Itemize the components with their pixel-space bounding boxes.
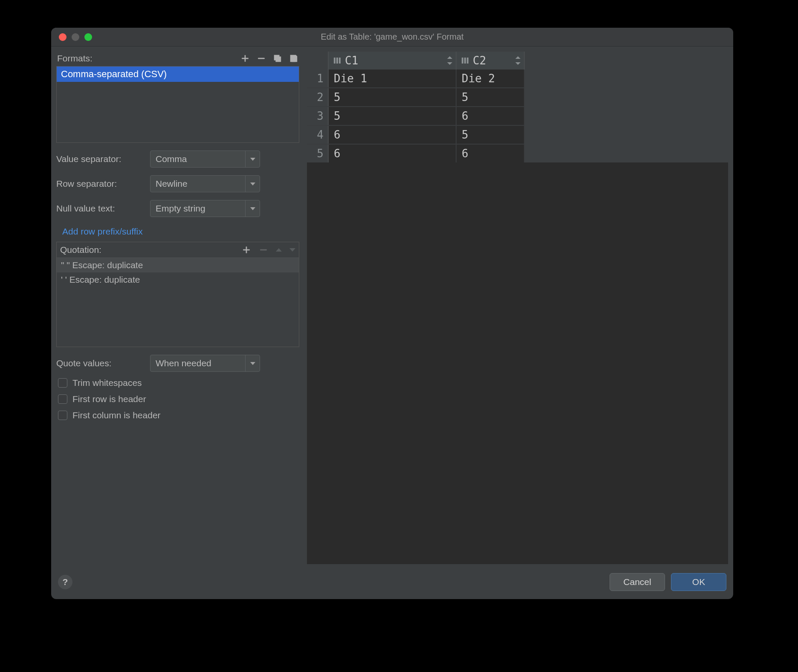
minus-icon[interactable] xyxy=(257,54,266,63)
left-pane: Formats: Comma-sepa xyxy=(56,52,299,564)
checkbox-icon xyxy=(58,378,67,388)
ok-button-label: OK xyxy=(692,577,705,587)
checkbox-icon xyxy=(58,394,67,404)
titlebar: Edit as Table: 'game_won.csv' Format xyxy=(51,28,733,46)
formats-header: Formats: xyxy=(56,52,299,66)
chevron-down-icon xyxy=(245,200,260,217)
quote-values-label: Quote values: xyxy=(56,358,150,368)
svg-rect-7 xyxy=(464,58,466,64)
dialog-body: Formats: Comma-sepa xyxy=(51,46,733,569)
dialog-footer: ? Cancel OK xyxy=(51,569,733,599)
column-header-c1-label: C1 xyxy=(345,54,358,67)
svg-rect-3 xyxy=(334,58,335,64)
quotation-rule[interactable]: ' ' Escape: duplicate xyxy=(57,272,299,287)
quote-values-row: Quote values: When needed xyxy=(56,355,299,372)
null-value-label: Null value text: xyxy=(56,203,150,214)
cell-c2[interactable]: 5 xyxy=(456,125,524,144)
cell-c2[interactable]: Die 2 xyxy=(456,70,524,88)
null-value-row: Null value text: Empty string xyxy=(56,200,299,217)
minus-icon[interactable] xyxy=(259,245,268,255)
value-separator-value: Comma xyxy=(156,154,187,164)
null-value-select[interactable]: Empty string xyxy=(150,200,260,217)
formats-list-item-csv[interactable]: Comma-separated (CSV) xyxy=(57,67,299,82)
row-number: 5 xyxy=(307,144,328,163)
svg-rect-2 xyxy=(292,59,295,62)
cancel-button[interactable]: Cancel xyxy=(610,573,665,591)
traffic-lights xyxy=(51,33,92,41)
quotation-filler xyxy=(57,287,299,347)
help-icon: ? xyxy=(63,577,68,587)
preview-table: C1 C2 xyxy=(307,52,525,163)
row-separator-select[interactable]: Newline xyxy=(150,175,260,192)
svg-rect-6 xyxy=(462,58,463,64)
null-value-value: Empty string xyxy=(156,203,205,214)
first-column-header-label: First column is header xyxy=(72,410,161,420)
table-row[interactable]: 5 6 6 xyxy=(307,144,524,163)
close-icon[interactable] xyxy=(59,33,66,41)
help-button[interactable]: ? xyxy=(58,575,72,589)
quotation-header: Quotation: xyxy=(57,242,299,258)
cancel-button-label: Cancel xyxy=(623,577,651,587)
row-number: 4 xyxy=(307,125,328,144)
quote-values-select[interactable]: When needed xyxy=(150,355,260,372)
svg-rect-1 xyxy=(275,55,279,60)
column-icon xyxy=(334,57,341,64)
sort-icon[interactable] xyxy=(515,56,520,65)
add-row-prefix-suffix-link[interactable]: Add row prefix/suffix xyxy=(62,226,299,237)
cell-c1[interactable]: 6 xyxy=(328,144,456,163)
plus-icon[interactable] xyxy=(240,54,250,63)
preview-filler xyxy=(307,162,728,564)
formats-toolbar xyxy=(240,54,298,63)
row-number: 3 xyxy=(307,107,328,125)
chevron-down-icon xyxy=(245,176,260,192)
row-separator-value: Newline xyxy=(156,179,188,189)
row-number: 1 xyxy=(307,70,328,88)
zoom-icon[interactable] xyxy=(84,33,92,41)
quotation-rule[interactable]: " " Escape: duplicate xyxy=(57,258,299,272)
value-separator-select[interactable]: Comma xyxy=(150,151,260,168)
checkbox-icon xyxy=(58,411,67,420)
quotation-toolbar xyxy=(242,245,295,255)
cell-c1[interactable]: 6 xyxy=(328,125,456,144)
dialog-window: Edit as Table: 'game_won.csv' Format For… xyxy=(51,28,733,599)
cell-c1[interactable]: 5 xyxy=(328,88,456,107)
row-separator-label: Row separator: xyxy=(56,179,150,189)
cell-c1[interactable]: 5 xyxy=(328,107,456,125)
svg-rect-4 xyxy=(336,58,338,64)
plus-icon[interactable] xyxy=(242,245,251,255)
quotation-label: Quotation: xyxy=(60,245,101,255)
quote-values-value: When needed xyxy=(156,358,211,368)
column-header-c2-label: C2 xyxy=(473,54,486,67)
table-row[interactable]: 1 Die 1 Die 2 xyxy=(307,70,524,88)
column-header-c2[interactable]: C2 xyxy=(456,52,524,70)
table-row[interactable]: 4 6 5 xyxy=(307,125,524,144)
ok-button[interactable]: OK xyxy=(671,573,726,591)
svg-rect-8 xyxy=(467,58,468,64)
quotation-box: Quotation: " " Escape: duplicate ' ' Es xyxy=(56,242,299,347)
sort-icon[interactable] xyxy=(447,56,452,65)
preview-table-wrap: C1 C2 xyxy=(307,52,728,163)
row-number: 2 xyxy=(307,88,328,107)
minimize-icon[interactable] xyxy=(72,33,79,41)
first-column-header-checkbox[interactable]: First column is header xyxy=(56,410,299,420)
cell-c2[interactable]: 5 xyxy=(456,88,524,107)
table-row[interactable]: 2 5 5 xyxy=(307,88,524,107)
cell-c1[interactable]: Die 1 xyxy=(328,70,456,88)
row-separator-row: Row separator: Newline xyxy=(56,175,299,192)
column-icon xyxy=(462,57,469,64)
trim-whitespaces-checkbox[interactable]: Trim whitespaces xyxy=(56,378,299,388)
save-icon[interactable] xyxy=(289,54,298,63)
first-row-header-checkbox[interactable]: First row is header xyxy=(56,394,299,404)
window-title: Edit as Table: 'game_won.csv' Format xyxy=(51,32,733,42)
cell-c2[interactable]: 6 xyxy=(456,144,524,163)
chevron-down-icon xyxy=(245,355,260,371)
cell-c2[interactable]: 6 xyxy=(456,107,524,125)
table-row[interactable]: 3 5 6 xyxy=(307,107,524,125)
chevron-down-icon xyxy=(245,151,260,167)
move-down-icon[interactable] xyxy=(289,248,295,252)
column-header-c1[interactable]: C1 xyxy=(328,52,456,70)
move-up-icon[interactable] xyxy=(276,248,282,252)
formats-list[interactable]: Comma-separated (CSV) xyxy=(56,66,299,143)
copy-icon[interactable] xyxy=(273,54,282,63)
trim-whitespaces-label: Trim whitespaces xyxy=(72,378,142,388)
